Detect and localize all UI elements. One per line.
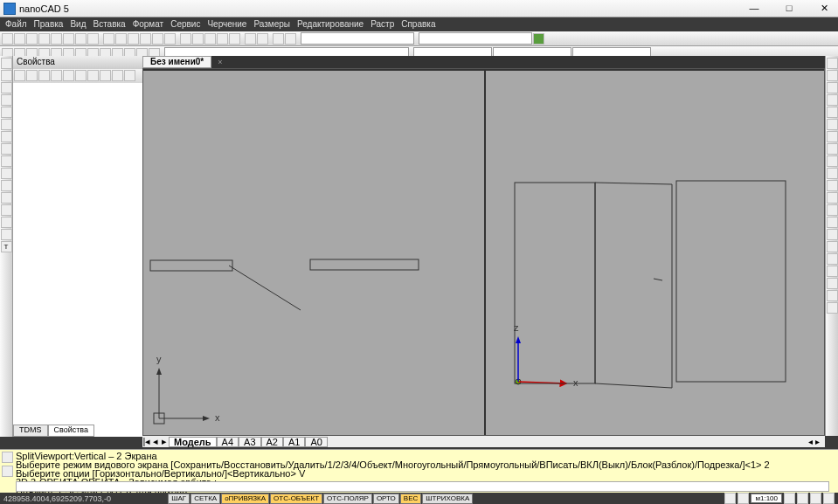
menu-item[interactable]: Вставка bbox=[93, 17, 125, 31]
scale-icon[interactable] bbox=[827, 143, 838, 155]
move-icon[interactable] bbox=[827, 119, 838, 130]
menu-item[interactable]: Справка bbox=[401, 17, 435, 31]
mtext-icon[interactable] bbox=[1, 204, 12, 216]
fillet-icon[interactable] bbox=[827, 229, 838, 240]
tab-tdms[interactable]: TDMS bbox=[13, 425, 48, 437]
info-icon[interactable] bbox=[285, 33, 296, 45]
zoom-in-icon[interactable] bbox=[784, 493, 795, 504]
pline-icon[interactable] bbox=[1, 70, 12, 81]
array-icon[interactable] bbox=[827, 107, 838, 118]
offset-icon[interactable] bbox=[827, 94, 838, 106]
tab-model[interactable]: Модель bbox=[169, 437, 217, 447]
prop-icon[interactable] bbox=[63, 70, 74, 81]
copy-obj-icon[interactable] bbox=[827, 70, 838, 81]
prop-icon[interactable] bbox=[51, 70, 62, 81]
status-icon[interactable] bbox=[738, 493, 749, 504]
mode-snap[interactable]: ШАГ bbox=[168, 494, 190, 504]
menu-item[interactable]: Вид bbox=[70, 17, 86, 31]
break-icon[interactable] bbox=[827, 192, 838, 204]
modify-icon[interactable] bbox=[827, 302, 838, 314]
publish-icon[interactable] bbox=[87, 33, 99, 45]
search-input[interactable] bbox=[301, 32, 414, 45]
print-icon[interactable] bbox=[51, 33, 62, 45]
rotate-icon[interactable] bbox=[827, 131, 838, 142]
quickfind-dropdown[interactable] bbox=[419, 32, 532, 45]
modify-icon[interactable] bbox=[827, 253, 838, 265]
command-input[interactable] bbox=[16, 481, 829, 492]
cut-icon[interactable] bbox=[103, 33, 114, 45]
tab-layout[interactable]: A2 bbox=[261, 437, 283, 447]
tab-nav-next-icon[interactable]: ▸ bbox=[160, 436, 169, 447]
menu-item[interactable]: Правка bbox=[34, 17, 64, 31]
hatch-icon[interactable] bbox=[1, 168, 12, 179]
circle-icon[interactable] bbox=[1, 119, 12, 130]
tab-nav-prev-icon[interactable]: ◂ bbox=[151, 436, 160, 447]
minimize-button[interactable]: — bbox=[744, 3, 765, 15]
modify-icon[interactable] bbox=[827, 278, 838, 289]
tab-nav-first-icon[interactable]: |◂ bbox=[142, 436, 151, 447]
chamfer-icon[interactable] bbox=[827, 217, 838, 228]
zoomwin-icon[interactable] bbox=[204, 33, 216, 45]
regen-icon[interactable] bbox=[245, 33, 256, 45]
zoomprev-icon[interactable] bbox=[229, 33, 240, 45]
menu-item[interactable]: Файл bbox=[5, 17, 27, 31]
point-icon[interactable] bbox=[1, 155, 12, 167]
pan-icon[interactable] bbox=[823, 493, 835, 504]
new-icon[interactable] bbox=[2, 33, 13, 45]
preview-icon[interactable] bbox=[63, 33, 74, 45]
pan-icon[interactable] bbox=[180, 33, 191, 45]
prop-icon[interactable] bbox=[75, 70, 87, 81]
save-icon[interactable] bbox=[26, 33, 38, 45]
mode-otrack[interactable]: ОТС-ОБЪЕКТ bbox=[270, 494, 322, 504]
tab-properties[interactable]: Свойства bbox=[48, 425, 95, 437]
prop-icon[interactable] bbox=[112, 70, 123, 81]
menu-item[interactable]: Сервис bbox=[170, 17, 200, 31]
zoom-out-icon[interactable] bbox=[797, 493, 808, 504]
drawing-canvas[interactable]: y x x z bbox=[142, 68, 825, 436]
prop-icon[interactable] bbox=[14, 70, 25, 81]
menu-item[interactable]: Формат bbox=[133, 17, 164, 31]
polygon-icon[interactable] bbox=[1, 82, 12, 93]
block-icon[interactable] bbox=[1, 217, 12, 228]
scale-display[interactable]: м1:100 bbox=[751, 494, 782, 503]
saveall-icon[interactable] bbox=[38, 33, 50, 45]
cmd-opt-icon[interactable] bbox=[2, 452, 13, 463]
erase-icon[interactable] bbox=[827, 58, 838, 69]
cmd-opt-icon[interactable] bbox=[2, 466, 13, 477]
tab-close-icon[interactable]: × bbox=[214, 58, 222, 66]
zoom-icon[interactable] bbox=[192, 33, 204, 45]
stretch-icon[interactable] bbox=[827, 155, 838, 167]
menu-item[interactable]: Растр bbox=[371, 17, 394, 31]
prop-icon[interactable] bbox=[100, 70, 111, 81]
line-icon[interactable] bbox=[1, 58, 12, 69]
mode-ortho[interactable]: ОРТО bbox=[373, 494, 399, 504]
arc-icon[interactable] bbox=[1, 107, 12, 118]
mirror-icon[interactable] bbox=[827, 82, 838, 93]
prop-icon[interactable] bbox=[26, 70, 38, 81]
prop-icon[interactable] bbox=[87, 70, 99, 81]
measure-icon[interactable] bbox=[257, 33, 268, 45]
redo-icon[interactable] bbox=[164, 33, 176, 45]
close-button[interactable]: ✕ bbox=[814, 3, 835, 15]
menu-item[interactable]: Размеры bbox=[253, 17, 290, 31]
trim-icon[interactable] bbox=[827, 168, 838, 179]
zoom-ext-icon[interactable] bbox=[810, 493, 821, 504]
match-icon[interactable] bbox=[140, 33, 151, 45]
spline-icon[interactable] bbox=[1, 131, 12, 142]
plot-icon[interactable] bbox=[75, 33, 87, 45]
help-icon[interactable] bbox=[273, 33, 284, 45]
maximize-button[interactable]: □ bbox=[779, 3, 800, 15]
menu-item[interactable]: Черчение bbox=[207, 17, 246, 31]
mode-grid[interactable]: СЕТКА bbox=[190, 494, 220, 504]
ellipse-icon[interactable] bbox=[1, 143, 12, 155]
tab-layout[interactable]: A0 bbox=[305, 437, 327, 447]
region-icon[interactable] bbox=[1, 180, 12, 191]
go-icon[interactable] bbox=[533, 33, 544, 45]
mode-hatch[interactable]: ШТРИХОВКА bbox=[422, 494, 473, 504]
paste-icon[interactable] bbox=[128, 33, 139, 45]
status-icon[interactable] bbox=[724, 493, 736, 504]
rect-icon[interactable] bbox=[1, 94, 12, 106]
text-icon[interactable]: T bbox=[1, 241, 12, 252]
document-tab[interactable]: Без имени0* bbox=[142, 56, 211, 68]
mode-lwt[interactable]: ВЕС bbox=[400, 494, 421, 504]
